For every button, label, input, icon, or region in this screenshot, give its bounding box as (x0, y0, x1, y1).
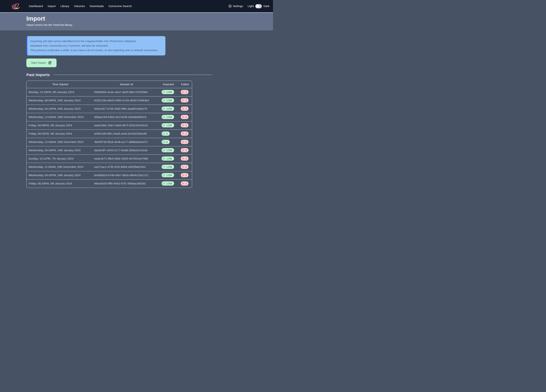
nav-item-library[interactable]: Library (60, 5, 69, 8)
imported-badge: 1298 (162, 123, 174, 127)
table-row: Friday, 08:33PM, 5th January 2024 46eae0… (26, 179, 192, 188)
time-started-cell: Wednesday, 12:00AM, 20th December 2023 (26, 138, 94, 146)
table-row: Sunday, 10:11PM, 7th January 2024 eeae1b… (26, 154, 192, 163)
failed-badge: 2 (181, 157, 188, 161)
settings-link[interactable]: Settings (228, 5, 243, 8)
imported-cell: 1298 (159, 154, 178, 163)
page-title: Import (26, 15, 273, 22)
threetwo-logo[interactable] (11, 2, 20, 10)
check-circle-icon (162, 182, 165, 185)
session-id-cell: a53613df-0fb1-4ea6-a4cb-bc4c8159ce60 (94, 130, 159, 138)
theme-toggle[interactable] (255, 4, 262, 8)
failed-badge: 2 (181, 107, 188, 111)
nav-item-downloads[interactable]: Downloads (90, 5, 104, 8)
failed-badge: 2 (181, 148, 188, 152)
file-import-icon (48, 61, 52, 65)
session-id-cell: 8105126a-8b43-4390-a7e9-4000710483b4 (94, 96, 159, 105)
session-id-cell: ea27cac2-a7fd-42f3-85b9-4402ffa61643 (94, 163, 159, 171)
x-circle-icon (182, 91, 184, 94)
table-row: Wednesday, 04:42PM, 24th January 2024 be… (26, 171, 192, 179)
check-circle-icon (162, 165, 165, 168)
x-circle-icon (182, 149, 184, 152)
x-circle-icon (182, 182, 184, 185)
info-line: This process could take a while, if you … (30, 48, 161, 52)
time-started-cell: Wednesday, 06:09PM, 24th January 2024 (26, 96, 94, 105)
check-circle-icon (162, 140, 165, 144)
imported-count: 1298 (166, 182, 172, 185)
failed-badge: 2 (181, 173, 188, 177)
session-id-cell: 46eae026-8ff0-4542-97f1-45bfaa2e82d2 (94, 179, 159, 188)
check-circle-icon (162, 115, 165, 118)
failed-badge: 2 (181, 123, 188, 127)
nav-item-comicvine-search[interactable]: Comicvine Search (109, 5, 132, 8)
imported-cell: 1298 (159, 113, 178, 121)
theme-toggle-knob[interactable] (256, 5, 259, 8)
time-started-cell: Friday, 08:32PM, 5th January 2024 (26, 130, 94, 138)
table-row: Wednesday, 05:34PM, 24th January 2024 da… (26, 146, 192, 154)
table-row: Monday, 10:29PM, 8th January 2024 0550d0… (26, 88, 192, 96)
start-import-button[interactable]: Start Import (26, 59, 57, 67)
x-circle-icon (182, 165, 184, 168)
imported-badge: 1298 (162, 165, 174, 169)
failed-count: 2 (185, 182, 187, 185)
imported-count: 1298 (166, 107, 172, 110)
x-circle-icon (182, 99, 184, 102)
failed-cell: 2 (178, 96, 192, 105)
check-circle-icon (162, 174, 165, 177)
theme-dark-label: Dark (263, 5, 269, 8)
imported-badge: 1298 (162, 148, 174, 152)
failed-count: 2 (185, 141, 187, 144)
failed-cell: 2 (178, 105, 192, 113)
session-id-cell: dae8cfd7-c833-4177-bedd-2bb5cbc231de (94, 146, 159, 154)
imported-badge: 0 (162, 131, 170, 136)
x-circle-icon (182, 132, 184, 135)
session-id-cell: 5b8aa15d-62b9-42cf-bcfd-33a0de9fe615 (94, 113, 159, 121)
imported-badge: 1298 (162, 107, 174, 111)
table-body: Monday, 10:29PM, 8th January 2024 0550d0… (26, 88, 192, 188)
imported-count: 1298 (166, 124, 172, 127)
nav-item-volumes[interactable]: Volumes (74, 5, 85, 8)
info-line: Metadata from ComicInfo.xml, if present,… (30, 43, 161, 48)
session-id-cell: aa3e29dc-2eb7-4a93-967f-2b3c34541b23 (94, 121, 159, 130)
failed-cell: 2 (178, 154, 192, 163)
info-box: Importing will add comics identified fro… (26, 36, 165, 55)
imported-badge: 1298 (162, 115, 174, 119)
page-header: Import Import comics into the ThreeTwo l… (0, 13, 273, 30)
imported-badge: 0 (162, 140, 170, 144)
check-circle-icon (162, 132, 165, 135)
imported-cell: 1298 (159, 105, 178, 113)
failed-cell: 2 (178, 179, 192, 188)
imported-cell: 0 (159, 138, 178, 146)
imported-cell: 1298 (159, 171, 178, 179)
time-started-cell: Friday, 09:59PM, 5th January 2024 (26, 121, 94, 130)
navbar: DashboardImportLibraryVolumesDownloadsCo… (0, 0, 273, 12)
check-circle-icon (162, 124, 165, 127)
nav-links: DashboardImportLibraryVolumesDownloadsCo… (29, 5, 228, 8)
failed-badge: 2 (181, 115, 188, 119)
x-circle-icon (182, 107, 184, 110)
failed-count: 2 (185, 174, 187, 177)
start-import-label: Start Import (31, 61, 46, 65)
table-row: Friday, 09:59PM, 5th January 2024 aa3e29… (26, 121, 192, 130)
x-circle-icon (182, 124, 184, 127)
nav-item-dashboard[interactable]: Dashboard (29, 5, 43, 8)
failed-count: 2 (185, 165, 187, 168)
imported-cell: 1298 (159, 121, 178, 130)
imported-count: 1298 (166, 149, 172, 152)
check-circle-icon (162, 99, 165, 102)
check-circle-icon (162, 107, 165, 110)
imported-cell: 1298 (159, 88, 178, 96)
failed-cell: 2 (178, 146, 192, 154)
session-id-cell: eeae1b71-f8b3-45dc-9205-487931e97989 (94, 154, 159, 163)
nav-item-import[interactable]: Import (48, 5, 56, 8)
check-circle-icon (162, 91, 165, 94)
navbar-right: Settings Light Dark (228, 4, 269, 8)
failed-badge: 2 (181, 165, 188, 169)
session-id-cell: 0550d05c-0cae-4ea7-a63f-98bc7d70506e (94, 88, 159, 96)
imported-count: 1298 (166, 91, 172, 94)
failed-cell: 2 (178, 130, 192, 138)
imported-cell: 1298 (159, 163, 178, 171)
col-time-started: Time Started (26, 81, 94, 88)
info-line: Importing will add comics identified fro… (30, 39, 161, 43)
col-imported: Imported (159, 81, 178, 88)
